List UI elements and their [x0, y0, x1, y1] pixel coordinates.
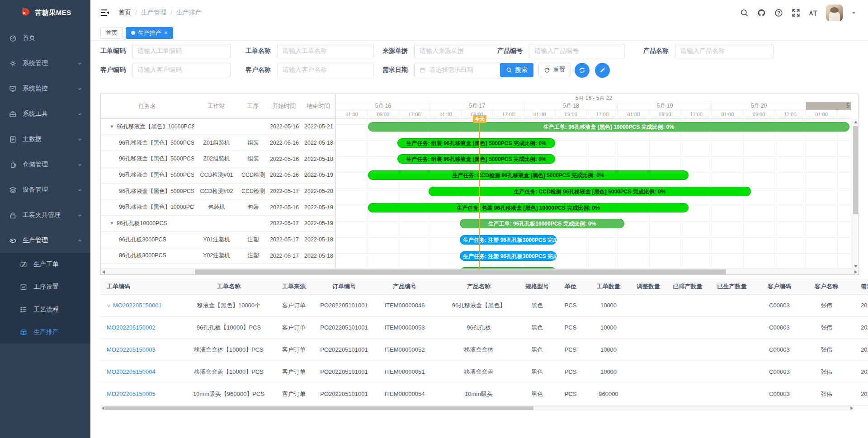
sidebar-item-1[interactable]: 系统管理	[0, 51, 90, 76]
mes-app: { "app": { "logo_text": "苦糖果MES" }, "col…	[0, 0, 868, 438]
orders-table-row[interactable]: MO20220515000296孔孔板【10000】PCS客户订单PO20220…	[100, 316, 868, 339]
gantt-vertical-scrollbar[interactable]	[852, 119, 859, 269]
scroll-up-arrow-icon[interactable]	[854, 121, 858, 123]
expand-triangle-icon[interactable]: ▼	[110, 124, 114, 129]
gantt-column-header: 工序	[239, 102, 267, 110]
task-bar[interactable]: 生产任务: 包装 96孔移液盒 [黑色] 10000PCS 完成比例: 0%	[368, 203, 689, 212]
scroll-right-arrow-icon[interactable]	[850, 406, 853, 410]
breadcrumb-item-2[interactable]: 生产排产	[176, 9, 202, 17]
app-logo[interactable]: K 苦糖果MES	[0, 0, 90, 25]
scroll-right-arrow-icon[interactable]	[854, 270, 857, 274]
row-expand-chevron-icon[interactable]: ∨	[107, 303, 110, 308]
gantt-grid-row[interactable]: ▼96孔移液盒【黑色】10000PCS2022-05-162022-05-21	[101, 119, 335, 135]
edit-schedule-button[interactable]	[595, 63, 610, 78]
tab-0[interactable]: 首页	[100, 27, 123, 39]
orders-cell-customer_code: C00003	[756, 383, 803, 405]
gantt-grid-row[interactable]: 96孔移液盒【黑色】5000PCSCCD检测#01CCD检测2022-05-16…	[101, 167, 335, 184]
gantt-grid-row[interactable]: 96孔移液盒【黑色】5000PCSZ02组装机组装2022-05-162022-…	[101, 151, 335, 167]
github-icon[interactable]	[757, 9, 766, 17]
sidebar-subitem-label: 工艺流程	[33, 306, 59, 314]
sidebar-subitem-1[interactable]: 工序设置	[0, 276, 90, 298]
work-order-bar[interactable]: 生产工单: 96孔移液盒 [黑色] 10000PCS 完成比例: 0%	[368, 122, 849, 132]
scroll-left-arrow-icon[interactable]	[102, 270, 105, 274]
customer-name-input[interactable]: 请输入客户名称	[277, 63, 374, 77]
lock-icon	[9, 212, 17, 219]
product-no-input[interactable]: 请输入产品编号	[529, 44, 625, 58]
customer-code-input[interactable]: 请输入客户编码	[132, 63, 231, 77]
gantt-grid-row[interactable]: 96孔移液盒【黑色】5000PCSZ01组装机组装2022-05-162022-…	[101, 135, 335, 151]
timeline-day-label: 5月 20	[712, 102, 806, 110]
sidebar-item-7[interactable]: 工装夹具管理	[0, 203, 90, 228]
gantt-grid-row[interactable]: 96孔移液盒【黑色】5000PCSCCD检测#02CCD检测2022-05-17…	[101, 184, 335, 200]
search-icon[interactable]	[740, 9, 749, 17]
product-name-input[interactable]: 请输入产品名称	[675, 44, 774, 58]
sidebar-subitem-3[interactable]: 生产排产	[0, 321, 90, 344]
gantt-grid-row[interactable]: ▼96孔孔板10000PCS2022-05-172022-05-19	[101, 216, 335, 232]
demand-date-input[interactable]: 请选择需求日期	[414, 63, 511, 77]
task-bar[interactable]: 生产任务: 组装 96孔移液盒 [黑色] 5000PCS 完成比例: 0%	[397, 138, 555, 148]
source-doc-input[interactable]: 请输入来源单据	[414, 44, 511, 58]
user-avatar[interactable]	[826, 5, 843, 21]
sidebar-item-3[interactable]: 系统工具	[0, 101, 90, 127]
gantt-grid-row[interactable]: 96孔孔板3000PCSY02注塑机注塑2022-05-172022-05-18	[101, 248, 335, 264]
search-button[interactable]: 搜索	[500, 63, 533, 77]
user-menu-caret-icon[interactable]	[851, 10, 856, 15]
task-bar[interactable]: 生产任务: CCD检测 96孔移液盒 [黑色] 5000PCS 完成比例: 0%	[368, 170, 689, 180]
sidebar-item-6[interactable]: 设备管理	[0, 177, 90, 203]
orders-table-row[interactable]: MO202205150004移液盒盒盖【10000】PCS客户订单PO20220…	[100, 361, 868, 383]
gantt-timeline: 5月 16 - 5月 22 5月 165月 175月 185月 195月 205…	[336, 94, 851, 269]
expand-triangle-icon[interactable]: ▼	[110, 221, 114, 226]
warehouse-icon	[9, 161, 17, 169]
work-order-link[interactable]: MO202205150004	[107, 368, 156, 375]
sidebar-item-0[interactable]: 首页	[0, 25, 90, 51]
sidebar-item-8[interactable]: 生产管理	[0, 228, 90, 253]
orders-column-header: 规格型号	[521, 279, 553, 294]
sidebar-collapse-icon[interactable]	[100, 9, 109, 16]
work-order-link[interactable]: MO202205150001	[113, 302, 162, 309]
orders-column-header: 产品名称	[437, 279, 521, 294]
work-order-name-input[interactable]: 请输入工单名称	[277, 44, 374, 58]
orders-table-row[interactable]: ∨MO202205150001移液盒【黑色】10000个客户订单PO202205…	[100, 294, 868, 316]
reset-button[interactable]: 重置	[538, 63, 571, 77]
sidebar-subitem-label: 工序设置	[33, 283, 59, 291]
gantt-hscroll-thumb[interactable]	[195, 269, 726, 274]
task-bar[interactable]: 生产任务: 注塑 96孔孔板3000PCS 完成比例: 0%	[460, 251, 557, 261]
start-time-cell: 2022-05-16	[267, 204, 302, 211]
task-bar[interactable]: 生产任务: CCD检测 96孔移液盒 [黑色] 5000PCS 完成比例: 0%	[429, 187, 751, 196]
work-order-link[interactable]: MO202205150003	[107, 346, 156, 353]
gantt-vscroll-thumb[interactable]	[853, 126, 858, 214]
orders-table-row[interactable]: MO202205150003移液盒盒体【10000】PCS客户订单PO20220…	[100, 339, 868, 361]
work-order-link[interactable]: MO202205150005	[107, 391, 156, 397]
orders-table-row[interactable]: MO20220515000510mm吸头【960000】PCS客户订单PO202…	[100, 383, 868, 405]
breadcrumb-separator: /	[135, 9, 137, 16]
sidebar-item-5[interactable]: 仓储管理	[0, 152, 90, 177]
breadcrumb-item-1[interactable]: 生产管理	[141, 9, 166, 17]
document-icon	[9, 136, 17, 143]
gantt-grid-row[interactable]: 96孔孔板3000PCSY01注塑机注塑2022-05-172022-05-18	[101, 232, 335, 248]
help-icon[interactable]	[774, 9, 783, 17]
gantt-task-grid: 任务名工作站工序开始时间结束时间 ▼96孔移液盒【黑色】10000PCS2022…	[101, 94, 336, 269]
orders-horizontal-scrollbar[interactable]	[100, 406, 854, 410]
task-bar[interactable]: 生产任务: 注塑 96孔孔板3000PCS 完成比例: 0%	[460, 235, 557, 245]
orders-cell-name: 移液盒【黑色】10000个	[185, 294, 272, 316]
breadcrumb-item-0[interactable]: 首页	[118, 9, 131, 17]
sidebar-subitem-0[interactable]: 生产工单	[0, 253, 90, 276]
gantt-grid-row[interactable]: 96孔移液盒【黑色】10000PCS包装机包装2022-05-162022-05…	[101, 199, 335, 216]
sidebar-item-4[interactable]: 主数据	[0, 127, 90, 152]
refresh-gantt-button[interactable]	[575, 63, 590, 78]
tab-close-icon[interactable]: ×	[164, 30, 168, 36]
fullscreen-icon[interactable]	[792, 9, 800, 17]
sidebar-subitem-2[interactable]: 工艺流程	[0, 298, 90, 321]
scroll-left-arrow-icon[interactable]	[102, 406, 104, 410]
start-time-cell: 2022-05-17	[267, 188, 302, 194]
work-order-code-input[interactable]: 请输入工单编码	[132, 44, 231, 58]
orders-hscroll-thumb[interactable]	[105, 406, 533, 410]
work-order-bar[interactable]: 生产工单: 96孔孔板10000PCS 完成比例: 0%	[460, 219, 624, 228]
font-size-icon[interactable]	[809, 9, 817, 17]
sidebar-item-2[interactable]: 系统监控	[0, 76, 90, 101]
work-order-link[interactable]: MO202205150002	[107, 324, 156, 331]
scroll-down-arrow-icon[interactable]	[854, 265, 858, 268]
task-bar[interactable]: 生产任务: 组装 96孔移液盒 [黑色] 5000PCS 完成比例: 0%	[397, 154, 555, 164]
tab-active[interactable]: 生产排产×	[126, 27, 173, 39]
schedule-grid-icon	[20, 329, 28, 336]
